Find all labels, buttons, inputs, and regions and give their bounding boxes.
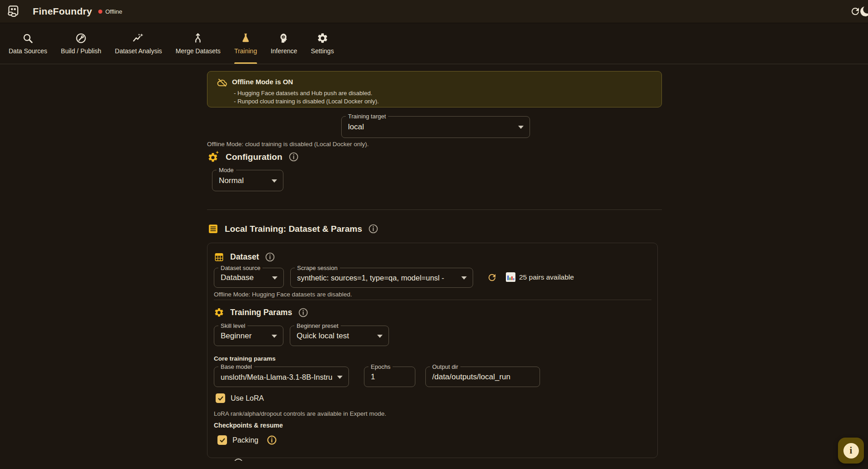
flask-icon: [240, 32, 252, 44]
table-icon: [214, 252, 224, 262]
skill-level-select[interactable]: Skill level Beginner: [214, 326, 283, 346]
merge-icon: [192, 32, 204, 44]
field-value: 1: [371, 372, 410, 382]
field-value: Beginner: [221, 331, 268, 341]
info-icon: i: [843, 443, 859, 459]
use-lora-label: Use LoRA: [231, 394, 264, 403]
output-dir-input[interactable]: Output dir /data/outputs/local_run: [425, 367, 540, 387]
refresh-icon: [487, 272, 497, 283]
field-label: Base model: [218, 363, 254, 370]
info-icon[interactable]: [267, 435, 277, 445]
banner-line: - Runpod cloud training is disabled (Loc…: [234, 98, 379, 105]
tab-settings[interactable]: Settings: [304, 23, 341, 64]
bar-chart-icon: [506, 272, 515, 282]
card-divider: [214, 300, 651, 300]
tab-inference[interactable]: Inference: [264, 23, 304, 64]
field-label: Dataset source: [218, 265, 262, 271]
field-value: Database: [221, 273, 269, 282]
dropdown-arrow-icon: [461, 276, 467, 280]
app-title: FineFoundry: [33, 6, 92, 17]
build-tool-icon: [75, 32, 87, 44]
partially-visible-icon: [234, 459, 243, 461]
tab-label: Data Sources: [9, 47, 47, 55]
search-icon: [22, 32, 34, 44]
field-label: Beginner preset: [294, 322, 341, 329]
app-logo-icon: [7, 5, 21, 18]
gear-sparkle-icon: [207, 151, 220, 163]
field-label: Skill level: [218, 322, 247, 329]
field-label: Scrape session: [295, 265, 340, 271]
gear-icon: [214, 307, 224, 318]
cloud-off-icon: [217, 77, 228, 90]
mode-select[interactable]: Mode Normal: [212, 170, 283, 191]
dataset-source-select[interactable]: Dataset source Database: [214, 268, 284, 288]
field-value: Normal: [219, 176, 268, 185]
checkbox-checked-icon[interactable]: [217, 435, 227, 445]
beginner-preset-select[interactable]: Beginner preset Quick local test: [290, 326, 389, 346]
training-params-heading-row: Training Params: [214, 307, 308, 318]
base-model-select[interactable]: Base model unsloth/Meta-Llama-3.1-8B-Ins…: [214, 367, 349, 387]
info-icon[interactable]: [288, 152, 299, 162]
dropdown-arrow-icon: [272, 179, 277, 183]
field-label: Output dir: [430, 363, 460, 370]
field-label: Epochs: [368, 363, 393, 370]
field-value: Quick local test: [297, 331, 374, 341]
scrape-session-select[interactable]: Scrape session synthetic: sources=1, typ…: [290, 268, 473, 288]
dataset-heading: Dataset: [230, 252, 259, 262]
core-params-heading: Core training params: [214, 355, 276, 362]
theme-toggle-button[interactable]: [858, 5, 868, 20]
info-icon[interactable]: [298, 307, 308, 318]
tab-merge-datasets[interactable]: Merge Datasets: [169, 23, 227, 64]
configuration-heading: Configuration: [226, 152, 283, 162]
pairs-available-label: 25 pairs available: [519, 273, 574, 281]
epochs-input[interactable]: Epochs 1: [364, 367, 415, 387]
tab-label: Dataset Analysis: [115, 47, 162, 55]
tab-build-publish[interactable]: Build / Publish: [54, 23, 108, 64]
banner-line: - Hugging Face datasets and Hub push are…: [234, 90, 372, 97]
offline-mode-banner: Offline Mode is ON - Hugging Face datase…: [207, 71, 662, 107]
packing-label: Packing: [232, 436, 258, 444]
status-label: Offline: [105, 8, 122, 15]
tab-label: Training: [234, 47, 257, 55]
dropdown-arrow-icon: [337, 376, 343, 379]
tab-bar: Data Sources Build / Publish Dataset Ana…: [0, 23, 868, 64]
floating-info-button[interactable]: i: [838, 438, 864, 464]
use-lora-checkbox-row[interactable]: Use LoRA: [216, 393, 264, 403]
analytics-sparkle-icon: [132, 32, 144, 44]
tab-data-sources[interactable]: Data Sources: [2, 23, 54, 64]
dataset-heading-row: Dataset: [214, 252, 275, 262]
tab-label: Inference: [271, 47, 297, 55]
tab-label: Merge Datasets: [176, 47, 221, 55]
checkpoints-heading: Checkpoints & resume: [214, 422, 283, 429]
local-training-heading-row: Local Training: Dataset & Params: [207, 223, 378, 234]
moon-icon: [858, 5, 868, 19]
gear-icon: [317, 32, 328, 44]
section-divider: [207, 209, 662, 210]
dropdown-arrow-icon: [518, 126, 524, 129]
packing-checkbox-row[interactable]: Packing: [217, 435, 277, 445]
tab-dataset-analysis[interactable]: Dataset Analysis: [108, 23, 169, 64]
field-value: synthetic: sources=1, type=qa, model=uns…: [297, 274, 458, 282]
status-badge: Offline: [98, 8, 122, 15]
info-icon[interactable]: [368, 224, 378, 234]
banner-title: Offline Mode is ON: [232, 78, 293, 86]
app-header: FineFoundry Offline: [0, 0, 868, 23]
field-value: unsloth/Meta-Llama-3.1-8B-Instru: [221, 372, 334, 381]
refresh-pairs-button[interactable]: [487, 272, 497, 283]
dropdown-arrow-icon: [272, 276, 278, 280]
info-icon[interactable]: [265, 252, 275, 262]
configuration-heading-row: Configuration: [207, 151, 299, 163]
training-target-select[interactable]: Training target local: [341, 116, 530, 138]
field-label: Mode: [217, 167, 236, 173]
dropdown-arrow-icon: [272, 335, 277, 338]
app-window: FineFoundry Offline Data Sources: [0, 0, 868, 469]
head-gear-icon: [278, 32, 290, 44]
training-target-caption: Offline Mode: cloud training is disabled…: [207, 141, 368, 148]
dataset-caption: Offline Mode: Hugging Face datasets are …: [214, 291, 352, 298]
tab-label: Settings: [311, 47, 334, 55]
tab-training[interactable]: Training: [227, 23, 264, 64]
field-label: Training target: [346, 113, 388, 120]
field-value: local: [348, 122, 515, 132]
checkbox-checked-icon[interactable]: [216, 393, 225, 403]
list-card-icon: [207, 223, 219, 234]
